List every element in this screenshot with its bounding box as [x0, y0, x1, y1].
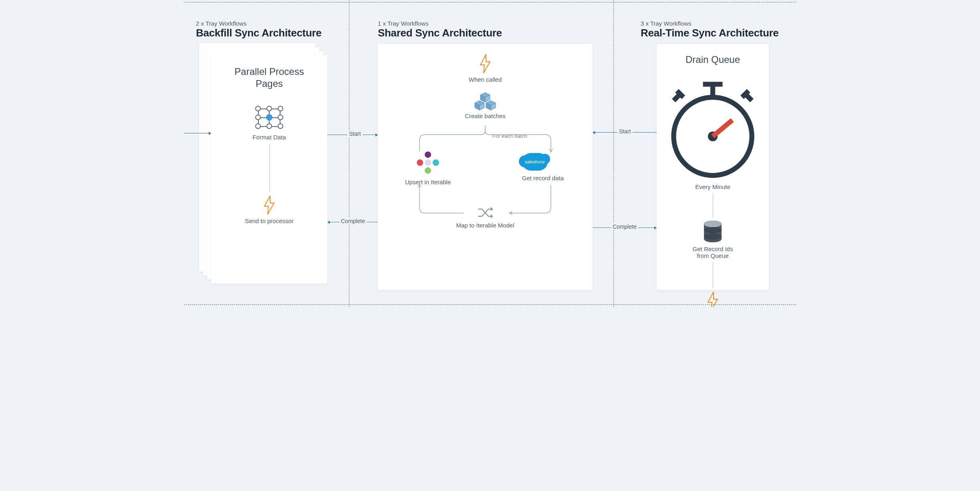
section-right-title: Real-Time Sync Architecture	[641, 27, 778, 39]
section-right-super: 3 x Tray Workflows	[641, 20, 778, 27]
section-center-super: 1 x Tray Workflows	[378, 20, 502, 27]
label-complete-left: Complete	[339, 218, 367, 224]
right-card-title: Drain Queue	[664, 54, 762, 66]
label-start-right: Start	[617, 128, 633, 135]
label-start-left: Start	[347, 131, 363, 137]
right-card: Drain Queue Every Minute	[657, 44, 769, 290]
left-node-format: Format Data	[218, 134, 320, 141]
label-complete-right: Complete	[611, 223, 638, 230]
svg-point-5	[704, 221, 722, 227]
bolt-icon	[378, 54, 593, 74]
svg-point-3	[704, 227, 722, 233]
center-card: When called Create batches For each batc…	[378, 44, 593, 290]
right-node-timer: Every Minute	[664, 183, 762, 190]
left-card-title-1: Parallel Process	[218, 66, 320, 78]
cubes-icon	[378, 92, 593, 111]
left-card-title-2: Pages	[218, 78, 320, 90]
grid-icon	[255, 106, 283, 130]
section-center-title: Shared Sync Architecture	[378, 27, 502, 39]
bolt-icon	[218, 195, 320, 215]
divider-left	[349, 0, 349, 307]
section-left-super: 2 x Tray Workflows	[196, 20, 321, 27]
loop-path	[401, 125, 569, 241]
section-center-header: 1 x Tray Workflows Shared Sync Architect…	[378, 20, 502, 39]
database-icon	[664, 221, 762, 242]
svg-point-4	[704, 233, 722, 240]
left-connector	[269, 144, 270, 192]
right-connector-1	[713, 193, 713, 217]
divider-right	[613, 0, 614, 307]
bolt-icon	[664, 291, 762, 307]
section-right-header: 3 x Tray Workflows Real-Time Sync Archit…	[641, 20, 778, 39]
right-connector-2	[713, 262, 713, 288]
center-node-trigger: When called	[378, 76, 593, 83]
arrow-into-left	[184, 133, 211, 133]
left-node-send: Send to processor	[218, 217, 320, 224]
right-node-queue-1: Get Record Ids	[664, 246, 762, 252]
center-node-batches: Create batches	[378, 113, 593, 119]
section-left-title: Backfill Sync Architecture	[196, 27, 321, 39]
section-left-header: 2 x Tray Workflows Backfill Sync Archite…	[196, 20, 321, 39]
stopwatch-icon	[664, 74, 762, 182]
left-card: Parallel Process Pages	[211, 55, 327, 284]
frame-top	[184, 2, 796, 2]
right-node-queue-2: from Queue	[664, 252, 762, 259]
